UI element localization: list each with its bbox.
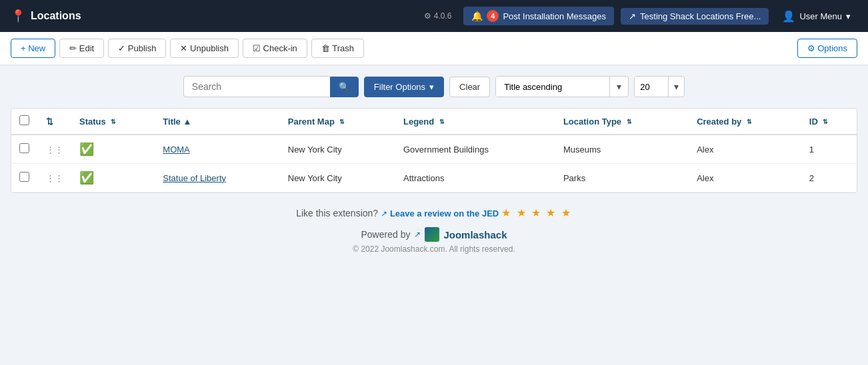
row2-legend-cell: Attractions <box>395 164 555 192</box>
table-row: ⋮⋮ ✅ MOMA New York City Government Build… <box>11 135 857 164</box>
row1-created-by-cell: Alex <box>689 135 801 164</box>
title-column-header[interactable]: Title ▲ <box>155 109 279 135</box>
powered-text: Powered by <box>361 229 411 240</box>
table-header: ⇅ Status ⇅ Title ▲ Parent Map ⇅ Legend <box>11 109 857 135</box>
page-size-wrapper: 20 50 100 ▾ <box>634 76 685 97</box>
footer-review: Like this extension? ↗ Leave a review on… <box>21 206 847 219</box>
footer-review-link[interactable]: Leave a review on the JED <box>390 208 499 218</box>
brand: 📍 Locations <box>11 9 411 23</box>
pin-icon: 📍 <box>11 9 25 23</box>
parent-map-column-header[interactable]: Parent Map ⇅ <box>280 109 395 135</box>
user-menu-label: User Menu <box>799 11 842 21</box>
checkin-button[interactable]: ☑ Check-in <box>243 39 307 58</box>
row1-status-icon[interactable]: ✅ <box>79 143 94 156</box>
notification-count: 4 <box>487 10 499 22</box>
row2-status-cell: ✅ <box>71 164 155 192</box>
footer-review-text: Like this extension? <box>296 208 378 218</box>
notifications-label: Post Installation Messages <box>503 11 606 21</box>
row2-id-cell: 2 <box>801 164 857 192</box>
row1-order-handle[interactable]: ⋮⋮ <box>46 145 63 155</box>
row1-location-type-cell: Museums <box>555 135 689 164</box>
select-all-column <box>11 109 38 135</box>
row1-legend-cell: Government Buildings <box>395 135 555 164</box>
joomlashack-logo <box>425 227 439 242</box>
row1-title-link[interactable]: MOMA <box>163 145 189 155</box>
brand-name: Joomlashack <box>443 229 507 240</box>
user-menu-button[interactable]: 👤 User Menu ▾ <box>775 7 857 26</box>
row2-checkbox[interactable] <box>19 172 29 182</box>
footer: Like this extension? ↗ Leave a review on… <box>11 193 857 262</box>
row2-title-link[interactable]: Statue of Liberty <box>163 173 226 183</box>
footer-stars: ★ ★ ★ ★ ★ <box>501 207 572 218</box>
order-column: ⇅ <box>38 109 71 135</box>
toolbar: + New ✏ Edit ✓ Publish ✕ Unpublish ☑ Che… <box>0 32 868 65</box>
title-column-label: Title ▲ <box>163 117 191 127</box>
legend-column-label: Legend <box>403 117 434 127</box>
footer-ext-icon: ↗ <box>381 209 387 218</box>
row2-location-type-cell: Parks <box>555 164 689 192</box>
row2-status-icon[interactable]: ✅ <box>79 171 94 184</box>
created-by-sort-icon: ⇅ <box>747 119 752 125</box>
sort-select[interactable]: Title ascending Title descending Status … <box>496 77 609 97</box>
notifications-button[interactable]: 🔔 4 Post Installation Messages <box>463 7 614 25</box>
id-column-header[interactable]: ID ⇅ <box>801 109 857 135</box>
page-size-chevron-icon: ▾ <box>668 77 684 97</box>
unpublish-button[interactable]: ✕ Unpublish <box>170 39 238 58</box>
search-button[interactable]: 🔍 <box>330 77 359 97</box>
row2-created-by-cell: Alex <box>689 164 801 192</box>
row2-title-cell: Statue of Liberty <box>155 164 279 192</box>
user-icon: 👤 <box>782 10 795 23</box>
footer-copyright: © 2022 Joomlashack.com. All rights reser… <box>21 244 847 254</box>
parent-map-column-label: Parent Map <box>288 117 335 127</box>
location-type-sort-icon: ⇅ <box>627 119 632 125</box>
created-by-column-header[interactable]: Created by ⇅ <box>689 109 801 135</box>
options-button[interactable]: ⚙ Options <box>797 39 857 58</box>
ext-icon: ↗ <box>414 230 421 239</box>
row1-order-cell: ⋮⋮ <box>38 135 71 164</box>
search-wrapper: 🔍 <box>183 76 359 97</box>
created-by-column-label: Created by <box>697 117 741 127</box>
top-nav-right: ⚙ 4.0.6 🔔 4 Post Installation Messages ↗… <box>419 7 857 26</box>
filter-options-button[interactable]: Filter Options ▾ <box>364 77 444 97</box>
row2-order-handle[interactable]: ⋮⋮ <box>46 173 63 183</box>
location-type-column-header[interactable]: Location Type ⇅ <box>555 109 689 135</box>
row2-order-cell: ⋮⋮ <box>38 164 71 192</box>
edit-button[interactable]: ✏ Edit <box>59 39 104 58</box>
row1-checkbox[interactable] <box>19 143 29 153</box>
publish-button[interactable]: ✓ Publish <box>108 39 166 58</box>
filter-options-label: Filter Options <box>374 82 425 92</box>
user-menu-chevron: ▾ <box>846 11 851 21</box>
table-body: ⋮⋮ ✅ MOMA New York City Government Build… <box>11 135 857 192</box>
trash-button[interactable]: 🗑 Trash <box>311 39 364 58</box>
locations-table: ⇅ Status ⇅ Title ▲ Parent Map ⇅ Legend <box>11 109 857 192</box>
new-button[interactable]: + New <box>11 39 55 58</box>
select-all-checkbox[interactable] <box>19 115 29 125</box>
ext-link-icon: ↗ <box>629 11 636 21</box>
row1-check-cell <box>11 135 38 164</box>
footer-powered: Powered by ↗ Joomlashack <box>21 227 847 242</box>
sort-chevron-icon: ▾ <box>609 77 628 97</box>
clear-button[interactable]: Clear <box>449 77 490 97</box>
page-size-select[interactable]: 20 50 100 <box>635 77 668 97</box>
row1-parent-map-cell: New York City <box>280 135 395 164</box>
table-row: ⋮⋮ ✅ Statue of Liberty New York City Att… <box>11 164 857 192</box>
ext-link-button[interactable]: ↗ Testing Shack Locations Free... <box>621 8 769 25</box>
search-input[interactable] <box>183 76 330 97</box>
row1-status-cell: ✅ <box>71 135 155 164</box>
row2-check-cell <box>11 164 38 192</box>
filter-bar: 🔍 Filter Options ▾ Clear Title ascending… <box>11 76 857 97</box>
filter-options-chevron: ▾ <box>429 82 434 92</box>
status-column-header[interactable]: Status ⇅ <box>71 109 155 135</box>
status-column-label: Status <box>79 117 106 127</box>
status-sort-icon: ⇅ <box>111 119 116 125</box>
row1-title-cell: MOMA <box>155 135 279 164</box>
location-type-column-label: Location Type <box>563 117 621 127</box>
ext-link-label: Testing Shack Locations Free... <box>640 11 761 21</box>
locations-table-container: ⇅ Status ⇅ Title ▲ Parent Map ⇅ Legend <box>11 108 857 193</box>
legend-column-header[interactable]: Legend ⇅ <box>395 109 555 135</box>
top-navigation: 📍 Locations ⚙ 4.0.6 🔔 4 Post Installatio… <box>0 0 868 32</box>
main-content: 🔍 Filter Options ▾ Clear Title ascending… <box>0 65 868 360</box>
id-column-label: ID <box>809 117 818 127</box>
id-sort-icon: ⇅ <box>823 119 828 125</box>
search-icon: 🔍 <box>339 82 350 92</box>
